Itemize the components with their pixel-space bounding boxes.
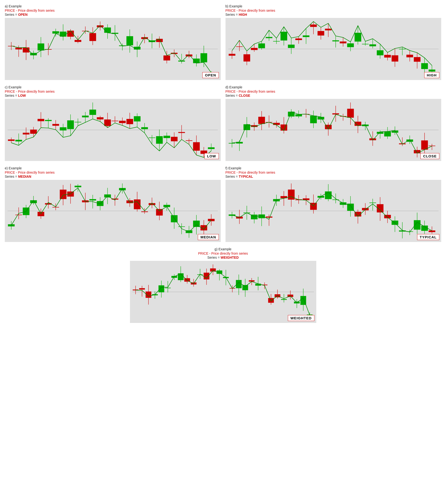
svg-rect-141	[89, 110, 96, 115]
svg-rect-231	[428, 146, 435, 146]
chart-f: TYPICAL	[226, 180, 442, 242]
svg-rect-323	[340, 202, 346, 205]
svg-rect-89	[332, 40, 339, 41]
series-label-g: Series = WEIGHTED	[207, 256, 239, 259]
svg-rect-151	[126, 119, 133, 124]
svg-rect-243	[37, 212, 44, 216]
example-block-f: f) Example PRICE - Price directly from s…	[223, 164, 444, 245]
example-block-g: g) Example PRICE - Price directly from s…	[2, 245, 444, 326]
svg-rect-199	[310, 116, 317, 123]
svg-rect-257	[89, 199, 96, 201]
svg-rect-79	[295, 38, 302, 40]
price-label-f: PRICE - Price directly from series	[226, 171, 442, 174]
example-title-a: a) Example	[5, 4, 221, 8]
svg-rect-81	[303, 35, 309, 37]
svg-rect-45	[163, 55, 170, 60]
svg-rect-129	[45, 120, 52, 121]
svg-rect-61	[229, 54, 235, 56]
svg-rect-191	[281, 125, 287, 131]
price-label-g: PRICE - Price directly from series	[198, 252, 248, 255]
chart-e: MEDIAN	[5, 180, 221, 242]
example-title-f: f) Example	[226, 166, 442, 170]
price-label-d: PRICE - Price directly from series	[226, 90, 442, 93]
svg-rect-155	[141, 127, 148, 129]
example-title-d: d) Example	[226, 85, 442, 89]
price-label-c: PRICE - Price directly from series	[5, 90, 221, 93]
chart-g: WEIGHTED	[130, 261, 316, 323]
example-title-b: b) Example	[226, 4, 442, 8]
example-block-d: d) Example PRICE - Price directly from s…	[223, 83, 444, 164]
series-value-e: MEDIAN	[18, 175, 31, 179]
series-value-c: LOW	[18, 94, 26, 97]
svg-rect-253	[74, 186, 81, 187]
price-label-a: PRICE - Price directly from series	[5, 9, 221, 12]
svg-rect-167	[186, 141, 192, 141]
svg-rect-331	[369, 202, 376, 203]
svg-rect-209	[347, 109, 354, 118]
svg-rect-9	[30, 53, 37, 55]
svg-rect-195	[295, 114, 302, 117]
series-value-d: CLOSE	[239, 94, 250, 97]
svg-rect-67	[251, 48, 258, 50]
series-value-b: HIGH	[239, 13, 247, 17]
chart-tag-c: LOW	[204, 153, 219, 159]
svg-rect-101	[377, 50, 383, 55]
svg-rect-25	[89, 33, 96, 41]
svg-rect-165	[178, 132, 185, 133]
svg-rect-393	[268, 298, 274, 303]
svg-rect-249	[60, 190, 66, 199]
example-title-c: c) Example	[5, 85, 221, 89]
svg-rect-139	[82, 116, 89, 117]
svg-rect-329	[362, 208, 369, 210]
svg-rect-185	[258, 117, 265, 124]
svg-rect-219	[384, 131, 391, 136]
svg-rect-275	[156, 209, 163, 216]
svg-rect-159	[156, 136, 163, 144]
svg-rect-385	[242, 285, 248, 290]
example-block-a: a) Example PRICE - Price directly from s…	[2, 2, 223, 83]
svg-rect-69	[258, 43, 265, 48]
svg-rect-93	[347, 43, 354, 47]
series-label-f: Series = TYPICAL	[226, 175, 442, 179]
chart-tag-e: MEDIAN	[198, 234, 219, 240]
svg-rect-121	[15, 140, 22, 141]
svg-rect-97	[362, 44, 369, 44]
chart-tag-b: HIGH	[424, 72, 440, 78]
svg-rect-173	[208, 147, 214, 149]
chart-tag-a: OPEN	[202, 72, 219, 78]
svg-rect-397	[281, 299, 287, 300]
svg-rect-125	[30, 130, 37, 134]
example-title-g: g) Example	[214, 247, 232, 251]
example-title-e: e) Example	[5, 166, 221, 170]
example-block-c: c) Example PRICE - Price directly from s…	[2, 83, 223, 164]
svg-rect-55	[200, 53, 207, 62]
svg-rect-95	[355, 33, 361, 42]
svg-rect-359	[158, 286, 164, 292]
svg-rect-87	[325, 29, 332, 30]
svg-rect-35	[126, 36, 133, 45]
svg-rect-77	[288, 45, 295, 48]
svg-rect-303	[266, 217, 272, 218]
svg-rect-109	[406, 55, 413, 57]
chart-c: LOW	[5, 99, 221, 161]
svg-rect-5	[15, 48, 22, 49]
svg-rect-11	[37, 43, 44, 50]
svg-rect-361	[165, 288, 171, 288]
chart-tag-g: WEIGHTED	[288, 315, 314, 321]
svg-rect-113	[421, 63, 428, 69]
svg-rect-147	[111, 121, 118, 121]
series-label-e: Series = MEDIAN	[5, 175, 221, 179]
svg-rect-145	[104, 119, 111, 126]
svg-rect-169	[193, 142, 200, 150]
svg-rect-131	[52, 124, 59, 126]
svg-rect-99	[369, 44, 376, 46]
svg-rect-119	[8, 140, 15, 141]
svg-rect-301	[258, 215, 265, 218]
series-value-g: WEIGHTED	[221, 256, 239, 259]
svg-rect-273	[149, 203, 155, 205]
example-block-e: e) Example PRICE - Price directly from s…	[2, 164, 223, 245]
series-label-b: Series = HIGH	[226, 13, 442, 17]
svg-rect-105	[392, 55, 398, 62]
series-label-d: Series = CLOSE	[226, 94, 442, 97]
chart-a: OPEN	[5, 18, 221, 80]
